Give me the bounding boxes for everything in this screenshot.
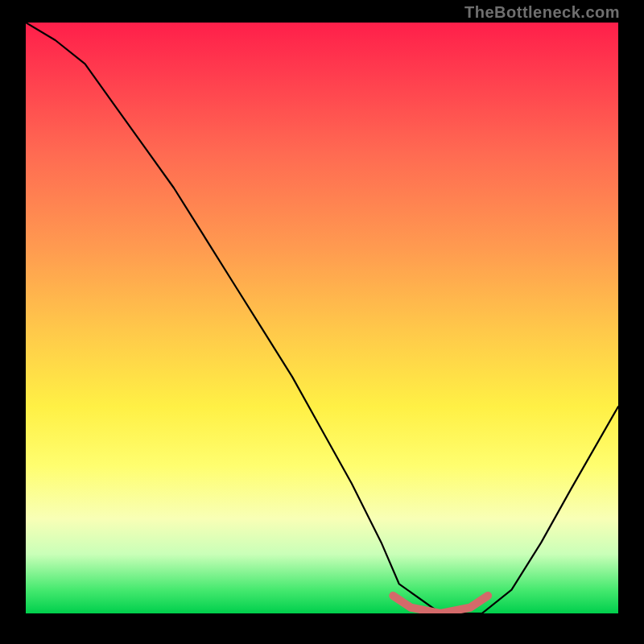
bottleneck-curve [26,23,618,613]
valley-highlight [393,596,488,613]
plot-area [26,23,618,613]
curve-layer [26,23,618,613]
chart-frame: TheBottleneck.com [0,0,644,644]
watermark-text: TheBottleneck.com [464,3,620,22]
